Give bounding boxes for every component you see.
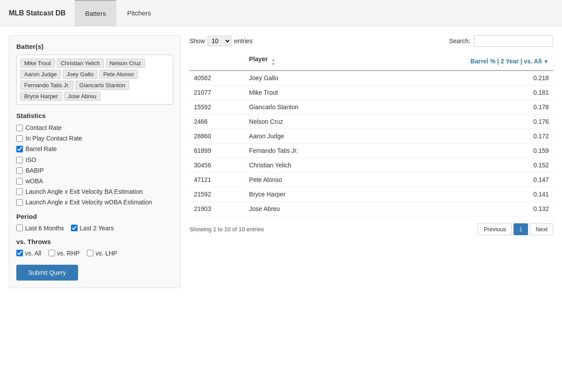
cell-barrel-value: 0.178 — [368, 100, 553, 115]
table-row: 61899Fernando Tatis Jr.0.159 — [190, 144, 553, 158]
throws-item-vs_lhp: vs. LHP — [87, 250, 117, 257]
stat-item-la_ev_ba: Launch Angle x Exit Velocity BA Estimati… — [16, 188, 173, 196]
cell-barrel-value: 0.159 — [368, 144, 553, 158]
batter-tag: Jose Abreu — [64, 92, 100, 101]
stat-item-contact_rate: Contact Rate — [16, 124, 173, 132]
entries-select[interactable]: 102550100 — [208, 36, 231, 46]
player-sort-arrows: ▲ ▼ — [271, 58, 275, 67]
batter-tag: Mike Trout — [20, 59, 55, 68]
col-id — [190, 52, 245, 70]
tab-batters[interactable]: Batters — [74, 0, 117, 26]
cell-barrel-value: 0.147 — [368, 173, 553, 187]
batter-tag: Joey Gallo — [63, 70, 97, 79]
label-la_ev_ba: Launch Angle x Exit Velocity BA Estimati… — [26, 188, 143, 196]
label-vs_rhp: vs. RHP — [57, 250, 80, 257]
label-babip: BABIP — [26, 166, 44, 174]
checkbox-babip[interactable] — [16, 167, 23, 174]
table-row: 47121Pete Alonso0.147 — [190, 173, 553, 187]
cell-id: 28860 — [190, 129, 245, 144]
checkbox-last_6_months[interactable] — [16, 225, 23, 231]
checkbox-vs_lhp[interactable] — [87, 250, 93, 256]
table-header-row: Player ▲ ▼ Barrel % | 2 Year | vs. All ▼ — [190, 52, 553, 70]
checkbox-vs_all[interactable] — [16, 250, 23, 256]
stat-item-barrel_rate: Barrel Rate — [16, 145, 173, 153]
label-vs_lhp: vs. LHP — [96, 250, 117, 257]
batter-tag: Pete Alonso — [99, 70, 138, 79]
throws-item-vs_all: vs. All — [16, 250, 41, 257]
next-button[interactable]: Next — [530, 223, 553, 235]
cell-barrel-value: 0.172 — [368, 129, 553, 144]
cell-player: Pete Alonso — [245, 173, 368, 187]
stat-item-in_play_contact_rate: In Play Contact Rate — [16, 134, 173, 142]
checkbox-vs_rhp[interactable] — [48, 250, 55, 256]
checkbox-last_2_years[interactable] — [71, 225, 78, 231]
stat-item-woba: wOBA — [16, 177, 173, 185]
label-last_6_months: Last 6 Months — [25, 225, 64, 232]
table-row: 21903Jose Abreu0.132 — [190, 202, 553, 216]
top-nav: MLB Statcast DB Batters Pitchers — [0, 0, 562, 26]
cell-id: 15592 — [190, 100, 245, 115]
cell-id: 40582 — [190, 70, 245, 85]
entries-label: entries — [234, 37, 253, 44]
checkbox-in_play_contact_rate[interactable] — [16, 135, 23, 142]
cell-barrel-value: 0.181 — [368, 85, 553, 100]
batters-section-title: Batter(s) — [16, 43, 173, 50]
cell-player: Giancarlo Stanton — [245, 100, 368, 115]
batter-tags: Mike TroutChristian YelichNelson CruzAar… — [16, 55, 173, 105]
main-content: Show 102550100 entries Search: Player ▲ — [190, 35, 553, 288]
throws-title: vs. Throws — [16, 238, 173, 245]
label-iso: ISO — [26, 156, 36, 164]
label-woba: wOBA — [26, 177, 43, 185]
period-item-last_2_years: Last 2 Years — [71, 225, 114, 232]
checkbox-la_ev_woba[interactable] — [16, 199, 23, 206]
sidebar: Batter(s) Mike TroutChristian YelichNels… — [9, 35, 181, 288]
cell-player: Joey Gallo — [245, 70, 368, 85]
search-input[interactable] — [474, 35, 553, 47]
table-row: 21077Mike Trout0.181 — [190, 85, 553, 100]
label-la_ev_woba: Launch Angle x Exit Velocity wOBA Estima… — [26, 198, 152, 206]
search-area: Search: — [449, 35, 553, 47]
cell-id: 21077 — [190, 85, 245, 100]
stat-item-iso: ISO — [16, 156, 173, 164]
cell-id: 47121 — [190, 173, 245, 187]
checkbox-la_ev_ba[interactable] — [16, 189, 23, 195]
pagination-area: Showing 1 to 10 of 10 entries Previous 1… — [190, 223, 553, 235]
col-barrel[interactable]: Barrel % | 2 Year | vs. All ▼ — [368, 52, 553, 70]
period-item-last_6_months: Last 6 Months — [16, 225, 64, 232]
cell-id: 2466 — [190, 115, 245, 129]
cell-player: Bryce Harper — [245, 187, 368, 202]
label-barrel_rate: Barrel Rate — [26, 145, 57, 153]
label-in_play_contact_rate: In Play Contact Rate — [26, 134, 82, 142]
checkbox-contact_rate[interactable] — [16, 125, 23, 131]
checkbox-iso[interactable] — [16, 157, 23, 163]
table-controls: Show 102550100 entries Search: — [190, 35, 553, 47]
cell-player: Fernando Tatis Jr. — [245, 144, 368, 158]
page-1-button[interactable]: 1 — [514, 223, 528, 235]
checkbox-woba[interactable] — [16, 178, 23, 185]
cell-id: 30456 — [190, 158, 245, 173]
pagination-info: Showing 1 to 10 of 10 entries — [190, 226, 264, 233]
submit-query-button[interactable]: Submit Query — [16, 265, 78, 281]
batter-tag: Bryce Harper — [20, 92, 62, 101]
tab-pitchers[interactable]: Pitchers — [116, 0, 161, 26]
col-player[interactable]: Player ▲ ▼ — [245, 52, 368, 70]
statistics-title: Statistics — [16, 112, 173, 119]
barrel-sort-icon: ▼ — [543, 59, 549, 65]
batter-tag: Fernando Tatis Jr. — [20, 81, 74, 90]
previous-button[interactable]: Previous — [478, 223, 512, 235]
cell-barrel-value: 0.132 — [368, 202, 553, 216]
table-row: 15592Giancarlo Stanton0.178 — [190, 100, 553, 115]
batter-tag: Aaron Judge — [20, 70, 61, 79]
show-label: Show — [190, 37, 205, 44]
table-row: 30456Christian Yelich0.152 — [190, 158, 553, 173]
cell-player: Mike Trout — [245, 85, 368, 100]
label-last_2_years: Last 2 Years — [80, 225, 114, 232]
cell-barrel-value: 0.176 — [368, 115, 553, 129]
table-row: 28860Aaron Judge0.172 — [190, 129, 553, 144]
period-section: Period Last 6 MonthsLast 2 Years — [16, 213, 173, 232]
checkbox-barrel_rate[interactable] — [16, 146, 23, 152]
batter-tag: Giancarlo Stanton — [75, 81, 129, 90]
app-brand: MLB Statcast DB — [0, 9, 74, 17]
cell-player: Aaron Judge — [245, 129, 368, 144]
statistics-section: Statistics Contact RateIn Play Contact R… — [16, 112, 173, 207]
